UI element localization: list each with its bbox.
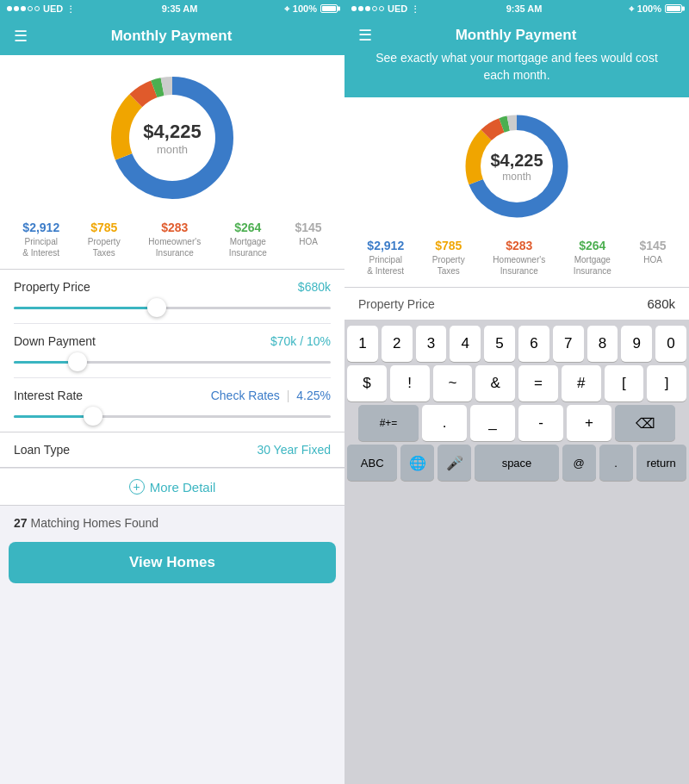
battery-right — [665, 4, 682, 13]
property-price-slider[interactable] — [14, 299, 331, 316]
property-price-row: Property Price $680k — [14, 270, 331, 324]
key-underscore[interactable]: _ — [470, 405, 515, 441]
property-price-field-value[interactable]: 680k — [647, 296, 675, 311]
key-equals[interactable]: = — [518, 365, 558, 401]
key-8[interactable]: 8 — [587, 326, 618, 362]
down-payment-value: $70k / 10% — [270, 334, 331, 348]
backspace-key[interactable]: ⌫ — [615, 405, 675, 441]
wifi-icon-left: ⋮ — [66, 4, 75, 14]
right-phone: UED ⋮ 9:35 AM ⌖ 100% ☰ Monthly Payment S… — [344, 0, 689, 784]
property-price-input-row: Property Price 680k — [344, 288, 689, 320]
legend-homeowners-right: $283 Homeowner'sInsurance — [493, 239, 545, 277]
key-exclaim[interactable]: ! — [390, 365, 430, 401]
key-tilde[interactable]: ~ — [433, 365, 473, 401]
status-bar-right: UED ⋮ 9:35 AM ⌖ 100% — [344, 0, 689, 17]
donut-amount-left: $4,225 — [143, 121, 201, 143]
header-left: ☰ Monthly Payment — [0, 17, 344, 55]
key-6[interactable]: 6 — [518, 326, 549, 362]
more-detail-section: + More Detail — [0, 468, 344, 505]
key-0[interactable]: 0 — [655, 326, 686, 362]
check-rates-link[interactable]: Check Rates — [211, 389, 280, 402]
key-numpad-toggle[interactable]: #+= — [358, 405, 419, 441]
loan-type-row[interactable]: Loan Type 30 Year Fixed — [0, 432, 344, 467]
plus-icon: + — [129, 479, 145, 495]
property-price-label: Property Price — [14, 280, 90, 294]
battery-left — [320, 4, 338, 13]
donut-center-left: $4,225 month — [143, 121, 201, 156]
interest-rate-label: Interest Rate — [14, 389, 83, 402]
interest-rate-value: Check Rates | 4.25% — [211, 389, 331, 402]
key-3[interactable]: 3 — [416, 326, 447, 362]
header-right: ☰ Monthly Payment See exactly what your … — [344, 17, 689, 97]
down-payment-slider[interactable] — [14, 353, 331, 370]
keyboard: 1 2 3 4 5 6 7 8 9 0 $ ! ~ & = # [ ] #+= … — [344, 320, 689, 784]
key-space[interactable]: space — [475, 445, 558, 481]
key-plus[interactable]: + — [567, 405, 611, 441]
battery-pct-right: 100% — [637, 3, 661, 14]
keyboard-row-symbols: $ ! ~ & = # [ ] — [347, 365, 686, 401]
legend-taxes-right: $785 PropertyTaxes — [432, 239, 465, 277]
legend-mortgage: $264 MortgageInsurance — [229, 221, 267, 258]
matching-text: 27 Matching Homes Found — [14, 516, 158, 530]
key-period[interactable]: . — [422, 405, 467, 441]
donut-chart-left: $4,225 month — [103, 69, 241, 207]
key-return[interactable]: return — [636, 445, 686, 481]
chart-container-right: $4,225 month — [344, 97, 689, 232]
status-right-left: ⌖ 100% — [284, 3, 338, 15]
legend-principal-right: $2,912 Principal& Interest — [367, 239, 404, 277]
down-payment-label: Down Payment — [14, 334, 96, 348]
key-5[interactable]: 5 — [484, 326, 515, 362]
key-dollar[interactable]: $ — [347, 365, 387, 401]
keyboard-row-numbers: 1 2 3 4 5 6 7 8 9 0 — [347, 326, 686, 362]
interest-rate-slider[interactable] — [14, 408, 331, 425]
key-9[interactable]: 9 — [621, 326, 652, 362]
donut-amount-right: $4,225 — [490, 151, 543, 171]
legend-hoa-right: $145 HOA — [639, 239, 666, 277]
header-subtitle: See exactly what your mortgage and fees … — [358, 50, 675, 84]
time-right: 9:35 AM — [506, 3, 543, 14]
loan-type-value: 30 Year Fixed — [257, 443, 331, 457]
more-detail-label: More Detail — [150, 480, 216, 495]
key-at[interactable]: @ — [562, 445, 596, 481]
keyboard-row-special: #+= . _ - + ⌫ — [347, 405, 686, 441]
legend-taxes: $785 PropertyTaxes — [88, 221, 121, 258]
status-left-right: UED ⋮ — [351, 3, 419, 14]
keyboard-row-bottom: ABC 🌐 🎤 space @ . return — [347, 445, 686, 481]
key-4[interactable]: 4 — [450, 326, 481, 362]
page-title-right: Monthly Payment — [386, 27, 646, 44]
status-right-right: ⌖ 100% — [629, 3, 682, 15]
key-globe[interactable]: 🌐 — [400, 445, 434, 481]
hamburger-icon-left[interactable]: ☰ — [14, 27, 28, 46]
carrier-left: UED — [43, 3, 63, 14]
left-phone: UED ⋮ 9:35 AM ⌖ 100% ☰ Monthly Payment — [0, 0, 344, 784]
page-title-left: Monthly Payment — [41, 28, 301, 45]
bluetooth-icon-right: ⌖ — [629, 3, 634, 15]
key-7[interactable]: 7 — [553, 326, 584, 362]
donut-label-right: month — [490, 171, 543, 183]
key-open-bracket[interactable]: [ — [605, 365, 644, 401]
status-left: UED ⋮ — [7, 3, 75, 14]
view-homes-button[interactable]: View Homes — [9, 542, 336, 583]
battery-pct-left: 100% — [293, 3, 317, 14]
header-top-row: ☰ Monthly Payment — [358, 26, 675, 45]
key-amp[interactable]: & — [475, 365, 515, 401]
down-payment-row: Down Payment $70k / 10% — [14, 324, 331, 378]
status-bar-left: UED ⋮ 9:35 AM ⌖ 100% — [0, 0, 344, 17]
legend-hoa: $145 HOA — [295, 221, 321, 258]
key-abc[interactable]: ABC — [347, 445, 397, 481]
key-hash[interactable]: # — [562, 365, 601, 401]
key-dot-row[interactable]: . — [599, 445, 633, 481]
more-detail-button[interactable]: + More Detail — [129, 479, 216, 495]
legend-principal: $2,912 Principal& Interest — [22, 221, 59, 258]
signal-dots-right — [351, 6, 384, 11]
property-price-field-label: Property Price — [358, 297, 435, 311]
key-mic[interactable]: 🎤 — [438, 445, 471, 481]
legend-homeowners: $283 Homeowner'sInsurance — [148, 221, 201, 258]
key-close-bracket[interactable]: ] — [647, 365, 686, 401]
key-1[interactable]: 1 — [347, 326, 378, 362]
chart-container-left: $4,225 month — [0, 55, 344, 214]
hamburger-icon-right[interactable]: ☰ — [358, 26, 372, 45]
key-2[interactable]: 2 — [382, 326, 413, 362]
donut-label-left: month — [143, 143, 201, 156]
key-minus[interactable]: - — [518, 405, 563, 441]
